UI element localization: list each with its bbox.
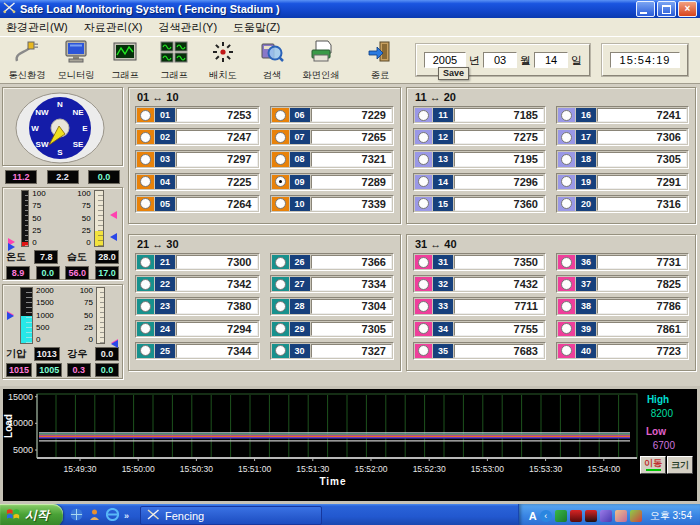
- channel-number: 10: [290, 197, 310, 211]
- size-button[interactable]: 크기: [667, 456, 693, 474]
- print-button[interactable]: 화면인쇄: [296, 36, 345, 84]
- channel-row-22: 227342: [135, 275, 260, 293]
- channel-radio-08[interactable]: [272, 152, 289, 166]
- menu-item-2[interactable]: 검색관리(Y): [158, 20, 217, 35]
- move-button[interactable]: 이동: [640, 456, 666, 474]
- x-tick-label: 15:53:00: [471, 464, 504, 474]
- time-group: 15:54:19: [602, 44, 688, 76]
- tray-icon-3[interactable]: [585, 510, 597, 522]
- layout-button[interactable]: 배치도: [198, 36, 247, 84]
- channel-radio-31[interactable]: [415, 255, 432, 269]
- channel-radio-14[interactable]: [415, 175, 432, 189]
- channel-radio-10[interactable]: [272, 197, 289, 211]
- rain-low-marker-icon: [107, 340, 118, 348]
- channel-value-field: 7755: [454, 322, 544, 336]
- channel-radio-26[interactable]: [272, 255, 289, 269]
- temperature-low-value: 0.0: [36, 266, 60, 280]
- channel-radio-12[interactable]: [415, 130, 432, 144]
- menu-item-0[interactable]: 환경관리(W): [6, 20, 68, 35]
- restore-button[interactable]: [657, 1, 676, 17]
- pressure-label: 기압: [6, 347, 26, 361]
- application-window: Safe Load Monitoring System ( Fencing St…: [0, 0, 700, 525]
- channel-radio-36[interactable]: [558, 255, 575, 269]
- channel-radio-02[interactable]: [137, 130, 154, 144]
- minimize-button[interactable]: [636, 1, 655, 17]
- channel-radio-28[interactable]: [272, 299, 289, 313]
- channel-radio-19[interactable]: [558, 175, 575, 189]
- year-field[interactable]: 2005: [424, 52, 466, 68]
- channel-radio-34[interactable]: [415, 322, 432, 336]
- multi-graph-button[interactable]: 그래프: [149, 36, 198, 84]
- channel-number: 11: [433, 108, 453, 122]
- channel-row-40: 407723: [556, 342, 689, 360]
- tray-icon-6[interactable]: [630, 510, 642, 522]
- channel-radio-15[interactable]: [415, 197, 432, 211]
- monitoring-button[interactable]: 모니터링: [51, 36, 100, 84]
- channel-radio-40[interactable]: [558, 344, 575, 358]
- month-field[interactable]: 03: [483, 52, 517, 68]
- channel-radio-27[interactable]: [272, 277, 289, 291]
- channel-radio-16[interactable]: [558, 108, 575, 122]
- channel-row-08: 087321: [270, 150, 395, 168]
- quick-launch-icon-2[interactable]: [88, 507, 101, 525]
- channel-value-field: 7327: [311, 344, 393, 358]
- channel-row-36: 367731: [556, 253, 689, 271]
- menu-item-1[interactable]: 자료관리(X): [84, 20, 143, 35]
- channel-radio-25[interactable]: [137, 344, 154, 358]
- channel-radio-20[interactable]: [558, 197, 575, 211]
- quick-launch-overflow[interactable]: »: [124, 511, 129, 521]
- comm-env-button[interactable]: 통신환경: [2, 36, 51, 84]
- tray-icon-5[interactable]: [615, 510, 627, 522]
- channel-radio-03[interactable]: [137, 152, 154, 166]
- channel-number: 02: [155, 130, 175, 144]
- channel-radio-38[interactable]: [558, 299, 575, 313]
- channel-radio-33[interactable]: [415, 299, 432, 313]
- channel-radio-22[interactable]: [137, 277, 154, 291]
- svg-text:NE: NE: [72, 108, 84, 117]
- channel-radio-24[interactable]: [137, 322, 154, 336]
- ime-indicator[interactable]: A: [529, 510, 537, 522]
- channel-radio-18[interactable]: [558, 152, 575, 166]
- day-unit-label: 일: [571, 53, 582, 68]
- channel-value-field: 7264: [176, 197, 258, 211]
- channel-radio-04[interactable]: [137, 175, 154, 189]
- channel-radio-21[interactable]: [137, 255, 154, 269]
- save-tooltip: Save: [438, 67, 469, 80]
- channel-radio-37[interactable]: [558, 277, 575, 291]
- tray-icon-1[interactable]: [555, 510, 567, 522]
- close-button[interactable]: ×: [678, 1, 697, 17]
- quick-launch-icon-3[interactable]: [106, 507, 119, 525]
- tray-icon-4[interactable]: [600, 510, 612, 522]
- time-field[interactable]: 15:54:19: [610, 52, 680, 68]
- quick-launch: »: [63, 504, 136, 525]
- channel-radio-11[interactable]: [415, 108, 432, 122]
- channel-radio-05[interactable]: [137, 197, 154, 211]
- channel-radio-13[interactable]: [415, 152, 432, 166]
- exit-button[interactable]: 종료: [355, 36, 404, 84]
- channel-row-24: 247294: [135, 320, 260, 338]
- channel-radio-17[interactable]: [558, 130, 575, 144]
- menu-item-3[interactable]: 도움말(Z): [233, 20, 280, 35]
- channel-radio-30[interactable]: [272, 344, 289, 358]
- channel-radio-23[interactable]: [137, 299, 154, 313]
- day-field[interactable]: 14: [534, 52, 568, 68]
- channel-radio-01[interactable]: [137, 108, 154, 122]
- quick-launch-icon-1[interactable]: [70, 507, 83, 525]
- channel-radio-39[interactable]: [558, 322, 575, 336]
- search-button[interactable]: 검색: [247, 36, 296, 84]
- channel-radio-35[interactable]: [415, 344, 432, 358]
- channel-radio-32[interactable]: [415, 277, 432, 291]
- channel-radio-09[interactable]: [272, 175, 289, 189]
- graph-button[interactable]: 그래프: [100, 36, 149, 84]
- svg-text:S: S: [57, 148, 63, 157]
- taskbar-task-fencing[interactable]: Fencing: [140, 506, 322, 525]
- tray-chevron-icon[interactable]: ‹: [540, 510, 552, 522]
- close-icon: ×: [679, 2, 696, 16]
- channel-radio-06[interactable]: [272, 108, 289, 122]
- start-button[interactable]: 시작: [0, 504, 63, 525]
- channel-radio-07[interactable]: [272, 130, 289, 144]
- channel-radio-29[interactable]: [272, 322, 289, 336]
- channel-row-01: 017253: [135, 106, 260, 124]
- tray-icon-2[interactable]: [570, 510, 582, 522]
- channel-value-field: 7683: [454, 344, 544, 358]
